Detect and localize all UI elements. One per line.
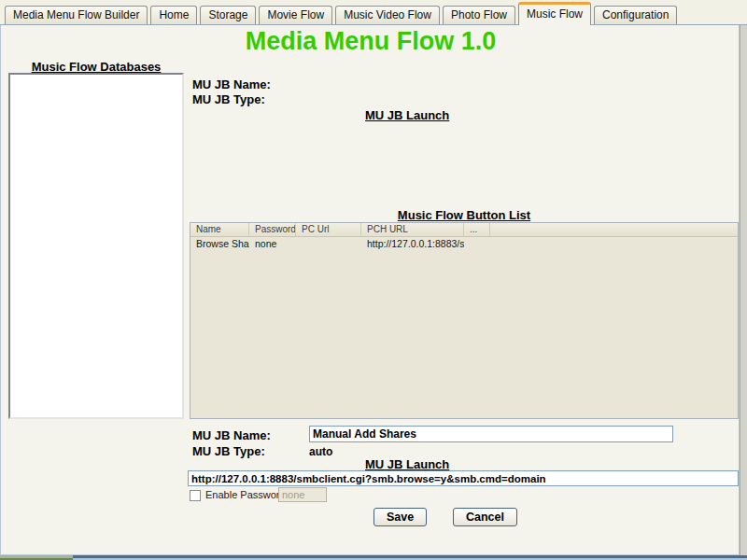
mu-jb-name-input[interactable] bbox=[309, 426, 673, 442]
password-input bbox=[278, 487, 327, 502]
enable-password-checkbox[interactable] bbox=[190, 490, 201, 501]
table-header-row: Name Password PC Url PCH URL ... bbox=[190, 223, 738, 237]
tab-storage[interactable]: Storage bbox=[200, 6, 256, 24]
enable-password-label: Enable Password bbox=[205, 489, 286, 500]
tab-bar: Media Menu Flow Builder Home Storage Mov… bbox=[0, 0, 747, 25]
mu-jb-launch-url-input[interactable] bbox=[188, 470, 739, 486]
cell-more bbox=[464, 237, 490, 251]
cell-name: Browse Shares bbox=[190, 237, 249, 251]
music-flow-button-list-heading: Music Flow Button List bbox=[190, 208, 739, 222]
column-header-pc-url[interactable]: PC Url bbox=[296, 223, 361, 236]
music-flow-panel: Media Menu Flow 1.0 Music Flow Databases… bbox=[0, 25, 740, 555]
tab-movie-flow[interactable]: Movie Flow bbox=[259, 6, 332, 24]
tab-home[interactable]: Home bbox=[150, 6, 197, 24]
cancel-button[interactable]: Cancel bbox=[453, 508, 517, 526]
column-header-password[interactable]: Password bbox=[249, 223, 296, 236]
window-right-edge bbox=[740, 25, 747, 555]
music-flow-button-list-table: Name Password PC Url PCH URL ... Browse … bbox=[190, 222, 739, 419]
music-flow-databases-list[interactable] bbox=[8, 73, 184, 419]
column-header-name[interactable]: Name bbox=[190, 223, 249, 236]
form-mu-jb-type-label: MU JB Type: bbox=[192, 444, 265, 458]
cell-filler bbox=[490, 237, 738, 251]
detail-mu-jb-type-label: MU JB Type: bbox=[192, 92, 265, 106]
cell-pc-url bbox=[296, 237, 361, 251]
form-mu-jb-type-value: auto bbox=[309, 445, 332, 458]
bottom-edge-blue-segment bbox=[73, 555, 747, 560]
cell-password: none bbox=[249, 237, 296, 251]
bottom-edge-green-segment bbox=[0, 555, 73, 560]
cell-pch-url: http://127.0.0.1:8883/sm... bbox=[361, 237, 464, 251]
page-title: Media Menu Flow 1.0 bbox=[1, 27, 740, 56]
column-header-filler bbox=[490, 223, 738, 236]
column-header-pch-url[interactable]: PCH URL bbox=[361, 223, 464, 236]
music-flow-databases-heading: Music Flow Databases bbox=[8, 60, 184, 74]
tab-music-flow[interactable]: Music Flow bbox=[518, 2, 591, 25]
form-mu-jb-name-label: MU JB Name: bbox=[192, 428, 271, 442]
detail-mu-jb-name-label: MU JB Name: bbox=[192, 77, 271, 91]
table-row[interactable]: Browse Shares none http://127.0.0.1:8883… bbox=[190, 237, 738, 251]
detail-mu-jb-launch-link[interactable]: MU JB Launch bbox=[365, 108, 449, 122]
save-button[interactable]: Save bbox=[374, 508, 427, 526]
form-mu-jb-launch-link[interactable]: MU JB Launch bbox=[365, 457, 449, 471]
window-bottom-edge bbox=[0, 555, 747, 560]
tab-music-video-flow[interactable]: Music Video Flow bbox=[335, 6, 440, 24]
tab-photo-flow[interactable]: Photo Flow bbox=[443, 6, 515, 24]
tab-configuration[interactable]: Configuration bbox=[594, 6, 677, 24]
tab-media-menu-flow-builder[interactable]: Media Menu Flow Builder bbox=[5, 6, 148, 24]
column-header-more[interactable]: ... bbox=[464, 223, 490, 236]
